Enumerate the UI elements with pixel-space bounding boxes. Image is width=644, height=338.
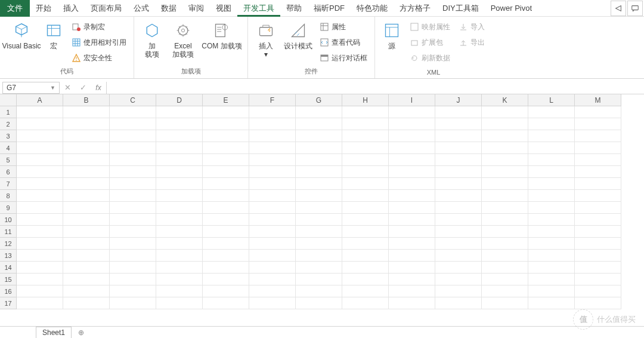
cell[interactable] (156, 142, 203, 154)
cell[interactable] (63, 190, 110, 202)
relative-ref-button[interactable]: 使用相对引用 (69, 36, 129, 49)
cell[interactable] (575, 142, 621, 154)
cell[interactable] (528, 118, 575, 130)
cell[interactable] (63, 274, 110, 285)
cell[interactable] (156, 106, 203, 118)
cell[interactable] (17, 238, 63, 250)
cell[interactable] (435, 118, 482, 130)
add-sheet-button[interactable]: ⊕ (75, 328, 87, 337)
cell[interactable] (389, 262, 435, 274)
cell[interactable] (575, 250, 621, 262)
cell[interactable] (389, 250, 435, 262)
cell[interactable] (249, 202, 296, 214)
cell[interactable] (482, 214, 528, 226)
cell[interactable] (575, 285, 621, 297)
column-header[interactable]: E (203, 94, 249, 106)
cell[interactable] (110, 297, 156, 309)
cell[interactable] (389, 178, 435, 190)
tab-file[interactable]: 文件 (0, 0, 30, 17)
record-macro-button[interactable]: 录制宏 (69, 20, 129, 33)
cell[interactable] (203, 130, 249, 142)
cell[interactable] (482, 142, 528, 154)
cell[interactable] (156, 262, 203, 274)
cell[interactable] (110, 202, 156, 214)
cell[interactable] (575, 106, 621, 118)
macros-button[interactable]: 宏 (42, 19, 66, 50)
row-header[interactable]: 14 (0, 262, 17, 274)
cell[interactable] (156, 178, 203, 190)
cell[interactable] (63, 285, 110, 297)
cell[interactable] (17, 262, 63, 274)
tab-6[interactable]: 视图 (210, 0, 237, 17)
cell[interactable] (482, 118, 528, 130)
cell[interactable] (296, 118, 342, 130)
cell[interactable] (389, 226, 435, 238)
cell[interactable] (296, 274, 342, 285)
cell[interactable] (110, 250, 156, 262)
cell[interactable] (17, 142, 63, 154)
cell[interactable] (296, 130, 342, 142)
cell[interactable] (203, 118, 249, 130)
tab-1[interactable]: 插入 (57, 0, 85, 17)
cell[interactable] (482, 285, 528, 297)
cell[interactable] (575, 166, 621, 178)
cell[interactable] (63, 262, 110, 274)
cell[interactable] (249, 118, 296, 130)
column-headers[interactable]: ABCDEFGHIJKLM (17, 94, 644, 106)
cell[interactable] (203, 166, 249, 178)
cell[interactable] (575, 130, 621, 142)
cell[interactable] (156, 274, 203, 285)
share-icon[interactable] (611, 1, 626, 16)
cell[interactable] (203, 285, 249, 297)
row-header[interactable]: 16 (0, 285, 17, 297)
cell[interactable] (110, 190, 156, 202)
cell[interactable] (203, 202, 249, 214)
row-header[interactable]: 6 (0, 166, 17, 178)
cell[interactable] (17, 226, 63, 238)
cell[interactable] (575, 274, 621, 285)
cell[interactable] (435, 297, 482, 309)
cell[interactable] (296, 166, 342, 178)
cell[interactable] (17, 166, 63, 178)
cell[interactable] (110, 178, 156, 190)
comments-icon[interactable] (627, 1, 643, 16)
visual-basic-button[interactable]: Visual Basic (5, 19, 38, 50)
cell[interactable] (296, 190, 342, 202)
cell[interactable] (156, 238, 203, 250)
cell[interactable] (249, 238, 296, 250)
row-header[interactable]: 4 (0, 142, 17, 154)
run-dialog-button[interactable]: 运行对话框 (317, 51, 370, 64)
cell[interactable] (575, 178, 621, 190)
cell[interactable] (482, 190, 528, 202)
tab-4[interactable]: 数据 (155, 0, 182, 17)
column-header[interactable]: K (482, 94, 528, 106)
cell[interactable] (156, 226, 203, 238)
cell[interactable] (156, 118, 203, 130)
cell[interactable] (528, 238, 575, 250)
cell[interactable] (528, 190, 575, 202)
cell[interactable] (203, 142, 249, 154)
cell[interactable] (342, 250, 389, 262)
row-headers[interactable]: 1234567891011121314151617 (0, 106, 17, 309)
cell[interactable] (110, 214, 156, 226)
cell[interactable] (528, 285, 575, 297)
cell[interactable] (342, 297, 389, 309)
cell[interactable] (296, 214, 342, 226)
cell[interactable] (575, 297, 621, 309)
cell[interactable] (63, 106, 110, 118)
cell[interactable] (203, 250, 249, 262)
cell[interactable] (342, 118, 389, 130)
cell[interactable] (342, 178, 389, 190)
cell[interactable] (575, 190, 621, 202)
cell[interactable] (435, 178, 482, 190)
cell[interactable] (575, 214, 621, 226)
cell[interactable] (435, 106, 482, 118)
cell[interactable] (63, 154, 110, 166)
properties-button[interactable]: 属性 (317, 20, 370, 33)
cell[interactable] (249, 154, 296, 166)
cell[interactable] (249, 250, 296, 262)
cell[interactable] (63, 226, 110, 238)
row-header[interactable]: 8 (0, 190, 17, 202)
cell[interactable] (342, 142, 389, 154)
cell[interactable] (296, 202, 342, 214)
